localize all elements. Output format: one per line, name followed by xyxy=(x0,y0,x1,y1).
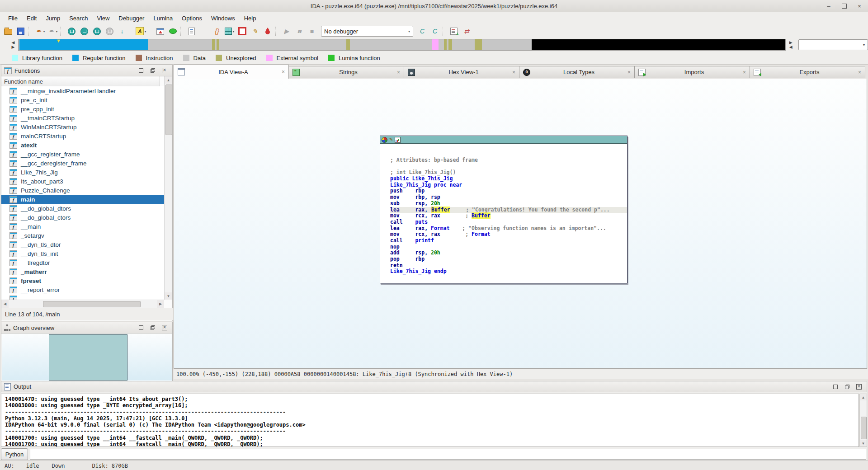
disasm-line[interactable]: call printf xyxy=(390,238,627,244)
menu-view[interactable]: View xyxy=(92,13,114,24)
menu-search[interactable]: Search xyxy=(65,13,92,24)
search-disabled-button[interactable] xyxy=(103,26,116,37)
tab-hex-view-1[interactable]: Hex View-1× xyxy=(404,66,519,78)
debug-start-button[interactable]: ▶ xyxy=(280,26,293,37)
window-switch-button[interactable]: ⇄ xyxy=(460,26,473,37)
function-list-vscrollbar[interactable]: ▲ ▼ xyxy=(164,76,172,300)
navband-segment[interactable] xyxy=(346,39,350,50)
breakpoint-list-button[interactable] xyxy=(154,26,166,37)
search-text-button[interactable] xyxy=(78,26,90,37)
function-list-item[interactable]: fpre_cpp_init xyxy=(1,104,164,113)
save-database-button[interactable] xyxy=(14,26,27,37)
disasm-line[interactable]: public Like_7his_Jig xyxy=(390,176,627,182)
tab-close-icon[interactable]: × xyxy=(743,69,746,75)
vscroll-thumb[interactable] xyxy=(165,85,172,135)
disasm-line[interactable] xyxy=(390,164,627,170)
search-memory-button[interactable] xyxy=(65,26,78,37)
disasm-line[interactable]: nop xyxy=(390,244,627,250)
function-list-item[interactable]: ffpreset xyxy=(1,276,164,285)
python-input[interactable] xyxy=(30,449,866,460)
tab-close-icon[interactable]: × xyxy=(627,69,631,75)
menu-windows[interactable]: Windows xyxy=(207,13,240,24)
disasm-line[interactable]: call puts xyxy=(390,219,627,226)
menu-help[interactable]: Help xyxy=(240,13,261,24)
debug-stop-button[interactable]: ■ xyxy=(306,26,318,37)
navband-segment[interactable] xyxy=(148,39,212,50)
function-list-item[interactable]: f_matherr xyxy=(1,267,164,276)
edit-function-button[interactable]: ✎ xyxy=(249,26,261,37)
structures-button[interactable]: {} xyxy=(211,26,223,37)
graph-overview-header[interactable]: Graph overview × xyxy=(1,322,172,334)
function-list-item[interactable]: f__main xyxy=(1,222,164,231)
minimize-icon[interactable]: – xyxy=(825,2,833,10)
panel-float-icon[interactable] xyxy=(150,67,156,74)
navigation-band[interactable] xyxy=(18,39,786,51)
navband-segment[interactable] xyxy=(432,39,439,50)
tab-close-icon[interactable]: × xyxy=(397,69,400,75)
disassembly-canvas[interactable]: ✎ ; Attributes: bp-based frame ; int Lik… xyxy=(174,79,867,369)
graph-node[interactable]: ✎ ; Attributes: bp-based frame ; int Lik… xyxy=(380,136,627,283)
function-list-item[interactable]: f__report_error xyxy=(1,285,164,294)
navband-segment[interactable] xyxy=(532,39,785,50)
list-cross-references-button[interactable] xyxy=(198,26,211,37)
function-list-item[interactable]: f xyxy=(1,294,164,300)
scroll-right-icon[interactable]: ▶ xyxy=(157,300,164,308)
navband-segment[interactable] xyxy=(448,39,452,50)
navband-segment[interactable] xyxy=(452,39,475,50)
menu-lumina[interactable]: Lumina xyxy=(149,13,177,24)
copy-data-button[interactable] xyxy=(185,26,198,37)
disasm-line[interactable]: ; int Like_7his_Jig() xyxy=(390,169,627,176)
panel-float-icon[interactable] xyxy=(150,324,156,331)
navband-segment[interactable] xyxy=(350,39,432,50)
cancel-analysis-button[interactable] xyxy=(236,26,249,37)
overview-viewport[interactable] xyxy=(49,334,127,381)
output-vscrollbar[interactable]: ▲ ▼ xyxy=(859,394,867,447)
disasm-line[interactable]: push rbp xyxy=(390,188,627,194)
scroll-left-icon[interactable]: ◀ xyxy=(1,300,9,308)
panel-maximize-icon[interactable] xyxy=(138,324,144,331)
function-list-item[interactable]: fWinMainCRTStartup xyxy=(1,122,164,132)
scroll-up-icon[interactable]: ▲ xyxy=(165,76,172,84)
tab-ida-view-a[interactable]: IDA View-A× xyxy=(174,65,289,79)
panel-close-icon[interactable]: × xyxy=(161,67,168,74)
menu-options[interactable]: Options xyxy=(177,13,207,24)
node-chart-icon[interactable] xyxy=(395,137,401,143)
menu-jump[interactable]: Jump xyxy=(41,13,65,24)
function-list-item[interactable]: f__gcc_deregister_frame xyxy=(1,159,164,168)
panel-close-icon[interactable]: × xyxy=(161,324,168,331)
tab-local-types[interactable]: Local Types× xyxy=(519,66,635,78)
attach-refresh-button[interactable]: C xyxy=(416,26,429,37)
open-file-button[interactable] xyxy=(2,26,14,37)
jump-back-button[interactable]: ✒▾ xyxy=(33,26,46,37)
tab-close-icon[interactable]: × xyxy=(512,69,515,75)
set-color-button[interactable]: A▾ xyxy=(135,26,147,37)
disasm-line[interactable]: Like_7his_Jig endp xyxy=(390,268,627,275)
python-button[interactable]: Python xyxy=(1,448,28,460)
function-list-item[interactable]: fIts_about_part3 xyxy=(1,177,164,186)
node-edit-icon[interactable]: ✎ xyxy=(389,137,393,142)
function-list-item[interactable]: fLike_7his_Jig xyxy=(1,168,164,177)
function-list-item[interactable]: fmain xyxy=(1,195,164,204)
function-list-item[interactable]: f_setargv xyxy=(1,231,164,240)
function-list-item[interactable]: fPuzzle_Challenge xyxy=(1,186,164,195)
disasm-line[interactable]: retn xyxy=(390,263,627,269)
scroll-down-icon[interactable]: ▼ xyxy=(165,292,172,300)
navband-segment[interactable] xyxy=(219,39,347,50)
search-binary-button[interactable] xyxy=(90,26,103,37)
tab-close-icon[interactable]: × xyxy=(858,69,861,75)
graph-node-titlebar[interactable]: ✎ xyxy=(380,136,627,144)
menu-edit[interactable]: Edit xyxy=(22,13,41,24)
navband-zoom-select[interactable]: ▾ xyxy=(798,39,868,50)
maximize-icon[interactable] xyxy=(840,2,848,10)
output-panel-header[interactable]: Output × xyxy=(1,381,867,392)
output-log[interactable]: 14000147D: using guessed type __int64 It… xyxy=(1,394,859,447)
disasm-line[interactable]: lea rax, Buffer ; "Congratulations! You … xyxy=(390,207,627,213)
disasm-line[interactable]: mov rbp, rsp xyxy=(390,194,627,201)
panel-maximize-icon[interactable] xyxy=(832,384,839,390)
continue-process-button[interactable] xyxy=(166,26,179,37)
tab-imports[interactable]: Imports× xyxy=(635,66,750,78)
tab-strings[interactable]: Strings× xyxy=(289,66,404,78)
graph-overview-canvas[interactable] xyxy=(2,334,172,381)
disasm-line[interactable]: ; Attributes: bp-based frame xyxy=(390,157,627,164)
navband-segment[interactable] xyxy=(475,39,482,50)
